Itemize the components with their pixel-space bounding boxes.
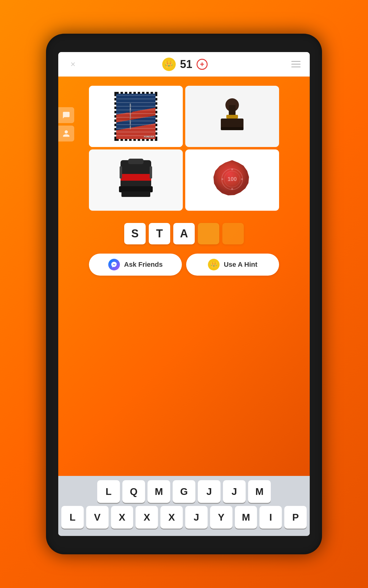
svg-point-17 — [231, 188, 233, 190]
game-area: USA FIRST CLASS FOREVER FOREVER — [58, 77, 310, 476]
key-I[interactable]: I — [259, 506, 282, 529]
svg-rect-1 — [229, 105, 236, 116]
crown-icon: 👑 — [162, 58, 176, 71]
wax-seal-image: 100 — [185, 149, 279, 211]
key-J3[interactable]: J — [185, 506, 208, 529]
use-hint-label: Use A Hint — [224, 261, 258, 269]
image-cell-2 — [185, 86, 279, 147]
messenger-icon — [108, 259, 120, 270]
svg-point-19 — [241, 178, 243, 180]
answer-box-1: S — [124, 223, 146, 244]
close-button[interactable]: × — [67, 59, 79, 70]
menu-line-3 — [291, 66, 301, 67]
side-buttons — [58, 107, 74, 141]
key-V[interactable]: V — [86, 506, 109, 529]
key-J2[interactable]: J — [223, 480, 246, 503]
keyboard-row-2: L V X X X J Y M I P — [61, 506, 307, 529]
svg-point-18 — [221, 178, 223, 180]
menu-line-2 — [291, 64, 301, 65]
image-cell-4: 100 — [185, 149, 279, 211]
key-L2[interactable]: L — [61, 506, 84, 529]
key-M1[interactable]: M — [148, 480, 170, 503]
svg-point-16 — [231, 168, 233, 170]
score-display: 51 — [180, 58, 192, 71]
svg-rect-8 — [120, 166, 122, 179]
svg-rect-9 — [150, 166, 152, 179]
svg-rect-11 — [121, 191, 150, 197]
svg-rect-4 — [221, 127, 243, 130]
key-X3[interactable]: X — [160, 506, 183, 529]
image-cell-3 — [89, 149, 183, 211]
keyboard: L Q M G J J M L V X X X J Y M I P — [58, 476, 310, 536]
use-hint-button[interactable]: 👑 Use A Hint — [186, 254, 279, 276]
action-buttons: Ask Friends 👑 Use A Hint — [89, 254, 279, 276]
self-inking-stamp-image — [89, 149, 183, 211]
tablet-screen: × 👑 51 + — [58, 52, 310, 536]
user-side-button[interactable] — [58, 126, 74, 141]
key-P[interactable]: P — [284, 506, 307, 529]
answer-row: S T A — [124, 223, 244, 244]
menu-line-1 — [291, 61, 301, 62]
key-M3[interactable]: M — [235, 506, 257, 529]
answer-box-5 — [222, 223, 244, 244]
add-coins-button[interactable]: + — [197, 59, 208, 70]
svg-rect-7 — [128, 159, 144, 164]
menu-button[interactable] — [291, 61, 301, 67]
key-X2[interactable]: X — [136, 506, 158, 529]
key-L1[interactable]: L — [97, 480, 120, 503]
hint-crown-icon: 👑 — [208, 259, 220, 270]
key-X1[interactable]: X — [111, 506, 133, 529]
chat-side-button[interactable] — [58, 107, 74, 123]
rubber-stamp-image — [185, 86, 279, 147]
answer-box-2: T — [149, 223, 170, 244]
key-Q[interactable]: Q — [122, 480, 145, 503]
key-Y[interactable]: Y — [210, 506, 232, 529]
answer-box-3: A — [173, 223, 195, 244]
svg-text:100: 100 — [228, 176, 237, 182]
ask-friends-button[interactable]: Ask Friends — [89, 254, 182, 276]
key-M2[interactable]: M — [248, 480, 271, 503]
svg-rect-6 — [121, 174, 151, 181]
key-G[interactable]: G — [173, 480, 195, 503]
postage-stamp-image: USA FIRST CLASS FOREVER FOREVER — [89, 86, 183, 147]
svg-rect-2 — [226, 115, 238, 119]
header: × 👑 51 + — [58, 52, 310, 77]
image-cell-1: USA FIRST CLASS FOREVER FOREVER — [89, 86, 183, 147]
ask-friends-label: Ask Friends — [124, 261, 163, 269]
key-J1[interactable]: J — [198, 480, 220, 503]
keyboard-row-1: L Q M G J J M — [61, 480, 307, 503]
tablet-device: × 👑 51 + — [46, 34, 322, 554]
image-grid: USA FIRST CLASS FOREVER FOREVER — [89, 86, 279, 211]
answer-box-4 — [198, 223, 219, 244]
